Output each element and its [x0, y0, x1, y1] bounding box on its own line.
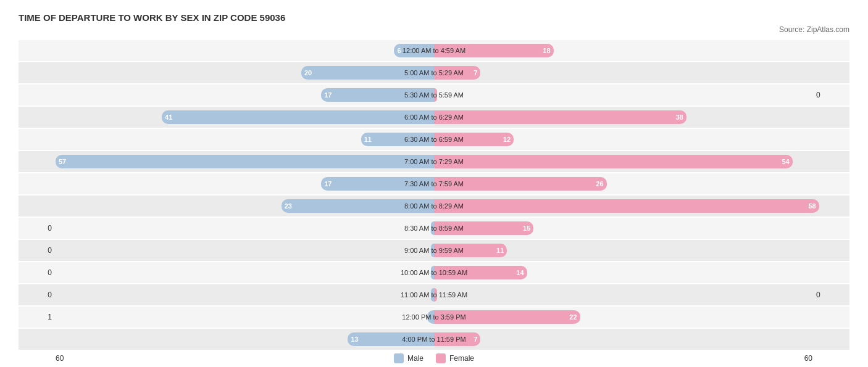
male-bar: 41	[162, 110, 434, 124]
female-bar: 26	[434, 177, 607, 191]
chart-row: 7:00 AM to 7:29 AM5754	[19, 151, 849, 172]
male-bar: 6	[394, 44, 434, 57]
male-value: 0	[19, 224, 56, 233]
female-bar	[434, 288, 437, 302]
male-bar: 23	[282, 199, 434, 213]
chart-row: 5:00 AM to 5:29 AM207	[19, 62, 849, 83]
bar-container: 5:30 AM to 5:59 AM17	[56, 85, 812, 105]
chart-row: 011:00 AM to 11:59 AM0	[19, 284, 849, 305]
bar-container: 11:00 AM to 11:59 AM	[56, 284, 812, 305]
male-value: 0	[19, 291, 56, 299]
female-bar: 58	[434, 199, 819, 213]
legend-male: Male	[394, 353, 424, 363]
bar-container: 12:00 AM to 4:59 AM618	[56, 40, 812, 61]
male-value: 1	[19, 313, 56, 321]
female-bar: 15	[434, 221, 533, 235]
legend-female: Female	[436, 353, 474, 363]
bar-container: 8:00 AM to 8:29 AM2358	[56, 196, 812, 216]
bar-container: 6:00 AM to 6:29 AM4138	[56, 107, 812, 128]
chart-row: 12:00 AM to 4:59 AM618	[19, 40, 849, 61]
legend: Male Female	[394, 353, 474, 363]
male-bar: 17	[321, 177, 434, 191]
male-value: 0	[19, 268, 56, 277]
male-bar: 17	[321, 88, 434, 102]
chart-row: 08:30 AM to 8:59 AM15	[19, 218, 849, 239]
chart-row: 112:00 PM to 3:59 PM22	[19, 307, 849, 328]
female-bar: 54	[434, 155, 793, 168]
bar-container: 4:00 PM to 11:59 PM137	[56, 329, 812, 350]
bar-container: 10:00 AM to 10:59 AM14	[56, 262, 812, 283]
bar-container: 6:30 AM to 6:59 AM1112	[56, 129, 812, 150]
female-label: Female	[449, 354, 474, 363]
male-bar: 57	[56, 155, 434, 168]
female-bar: 18	[434, 44, 554, 57]
female-bar: 22	[434, 310, 580, 324]
chart-title: TIME OF DEPARTURE TO WORK BY SEX IN ZIP …	[19, 12, 849, 23]
chart-row: 7:30 AM to 7:59 AM1726	[19, 173, 849, 194]
male-bar: 13	[348, 332, 434, 346]
female-bar: 14	[434, 266, 527, 279]
female-value: 0	[812, 291, 849, 299]
bar-container: 9:00 AM to 9:59 AM11	[56, 240, 812, 261]
male-bar: 20	[301, 66, 434, 80]
male-bar: 11	[361, 133, 434, 146]
chart-row: 6:30 AM to 6:59 AM1112	[19, 129, 849, 150]
chart-row: 4:00 PM to 11:59 PM137	[19, 329, 849, 350]
female-bar: 7	[434, 332, 480, 346]
footer-right-val: 60	[775, 354, 812, 363]
footer-left-val: 60	[56, 354, 93, 363]
male-label: Male	[407, 354, 424, 363]
chart-row: 010:00 AM to 10:59 AM14	[19, 262, 849, 283]
bar-container: 7:00 AM to 7:29 AM5754	[56, 151, 812, 172]
male-bar	[427, 310, 434, 324]
female-bar: 38	[434, 110, 686, 124]
male-value: 0	[19, 246, 56, 255]
male-color-box	[394, 353, 404, 363]
female-bar: 7	[434, 66, 480, 80]
source-label: Source: ZipAtlas.com	[19, 25, 849, 34]
chart-row: 8:00 AM to 8:29 AM2358	[19, 196, 849, 216]
chart-row: 09:00 AM to 9:59 AM11	[19, 240, 849, 261]
chart-row: 5:30 AM to 5:59 AM170	[19, 85, 849, 105]
female-color-box	[436, 353, 446, 363]
female-value: 0	[812, 91, 849, 99]
female-bar: 11	[434, 244, 507, 257]
chart-row: 6:00 AM to 6:29 AM4138	[19, 107, 849, 128]
bar-container: 8:30 AM to 8:59 AM15	[56, 218, 812, 239]
chart-area: 12:00 AM to 4:59 AM6185:00 AM to 5:29 AM…	[19, 40, 849, 350]
bar-container: 7:30 AM to 7:59 AM1726	[56, 173, 812, 194]
female-bar	[434, 88, 437, 102]
female-bar: 12	[434, 133, 514, 146]
bar-container: 5:00 AM to 5:29 AM207	[56, 62, 812, 83]
bar-container: 12:00 PM to 3:59 PM22	[56, 307, 812, 328]
